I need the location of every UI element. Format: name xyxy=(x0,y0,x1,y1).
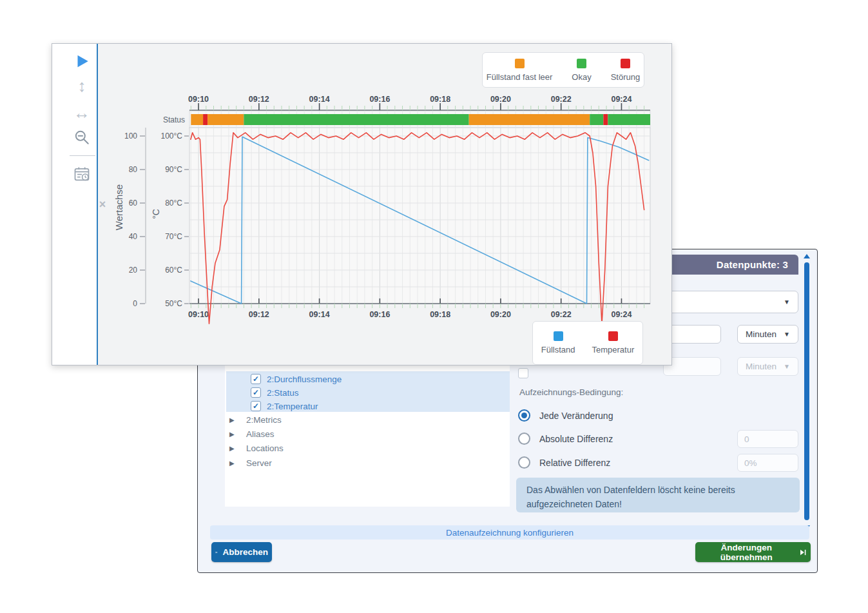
radio-label: Jede Veränderung xyxy=(539,411,613,421)
skip-end-icon xyxy=(799,548,807,557)
radio-icon[interactable] xyxy=(518,433,530,445)
dialog-scrollbar[interactable] xyxy=(803,254,811,530)
radio-relative-differenz[interactable]: Relative Differenz xyxy=(518,456,610,469)
secondary-interval-checkbox[interactable] xyxy=(518,368,528,378)
radio-jede-veraenderung[interactable]: Jede Veränderung xyxy=(518,409,613,422)
recording-condition-label: Aufzeichnungs-Bedingung: xyxy=(519,387,623,397)
svg-text:09:22: 09:22 xyxy=(551,310,572,319)
svg-text:09:22: 09:22 xyxy=(551,95,572,104)
secondary-interval-unit-select[interactable]: Minuten ▼ xyxy=(737,357,798,376)
secondary-interval-unit-value: Minuten xyxy=(746,362,776,371)
svg-text:09:14: 09:14 xyxy=(309,310,330,319)
scroll-up-icon[interactable] xyxy=(804,254,810,258)
expand-arrow-icon[interactable]: ▶ xyxy=(225,431,246,438)
svg-text:50°C: 50°C xyxy=(165,299,182,308)
svg-text:09:18: 09:18 xyxy=(430,95,450,104)
tree-node-aliases[interactable]: ▶ Aliases xyxy=(225,427,275,440)
blue-swatch-icon xyxy=(554,331,563,341)
tree-node-server[interactable]: ▶ Server xyxy=(225,456,272,469)
svg-text:80: 80 xyxy=(129,165,138,174)
svg-text:09:16: 09:16 xyxy=(369,310,390,319)
expand-arrow-icon[interactable]: ▶ xyxy=(225,445,246,452)
svg-text:09:24: 09:24 xyxy=(611,95,632,104)
chart-svg[interactable]: 09:1009:1209:1409:1609:1809:2009:2209:24… xyxy=(52,44,671,365)
orange-swatch-icon xyxy=(515,59,525,68)
tree-item-label: 2:Durchflussmenge xyxy=(267,375,342,384)
tree-item-temperatur[interactable]: ✓ 2:Temperatur xyxy=(251,400,318,413)
legend-item-fuellstand-fast-leer: Füllstand fast leer xyxy=(487,59,553,82)
relative-difference-input[interactable] xyxy=(737,454,798,472)
chart-window: ↕ ↔ × Wertachse xyxy=(52,43,672,365)
legend-item-stoerung: Störung xyxy=(611,59,641,82)
svg-text:09:20: 09:20 xyxy=(490,95,511,104)
svg-text:100°C: 100°C xyxy=(161,131,183,141)
series-legend: Füllstand Temperatur xyxy=(532,321,643,365)
legend-label: Okay xyxy=(572,72,591,82)
svg-text:90°C: 90°C xyxy=(165,165,182,174)
legend-label: Füllstand xyxy=(541,345,575,355)
radio-icon[interactable] xyxy=(518,456,530,469)
tree-node-label: Aliases xyxy=(246,429,275,439)
svg-text:09:14: 09:14 xyxy=(309,95,330,104)
svg-text:60: 60 xyxy=(129,199,138,208)
status-legend: Füllstand fast leer Okay Störung xyxy=(482,52,644,88)
datapoints-count: Datenpunkte: 3 xyxy=(717,259,788,270)
tree-item-durchflussmenge[interactable]: ✓ 2:Durchflussmenge xyxy=(251,373,342,385)
apply-button-label: Änderungen übernehmen xyxy=(699,543,794,562)
legend-item-okay: Okay xyxy=(572,59,591,82)
chevron-down-icon: ▼ xyxy=(784,364,790,370)
tree-node-locations[interactable]: ▶ Locations xyxy=(225,442,284,454)
legend-item-fuellstand: Füllstand xyxy=(541,331,575,355)
tree-item-label: 2:Status xyxy=(267,388,299,398)
checkbox-checked-icon[interactable]: ✓ xyxy=(251,387,261,398)
radio-absolute-differenz[interactable]: Absolute Differenz xyxy=(518,433,613,445)
legend-item-temperatur: Temperatur xyxy=(592,331,635,355)
svg-text:09:24: 09:24 xyxy=(611,310,632,319)
absolute-difference-input[interactable] xyxy=(737,430,798,448)
chevron-down-icon: ▼ xyxy=(784,331,790,338)
radio-label: Relative Differenz xyxy=(539,458,610,468)
svg-text:60°C: 60°C xyxy=(165,266,182,275)
svg-text:09:18: 09:18 xyxy=(430,310,450,319)
red-swatch-icon xyxy=(608,331,618,341)
legend-label: Störung xyxy=(611,72,641,82)
checkbox-checked-icon[interactable]: ✓ xyxy=(251,374,261,384)
legend-label: Füllstand fast leer xyxy=(487,72,553,82)
svg-text:09:20: 09:20 xyxy=(490,310,511,319)
radio-selected-icon[interactable] xyxy=(518,409,530,422)
svg-text:70°C: 70°C xyxy=(165,232,182,241)
svg-text:09:10: 09:10 xyxy=(188,95,209,104)
svg-text:100: 100 xyxy=(124,131,137,141)
tree-node-metrics[interactable]: ▶ 2:Metrics xyxy=(225,413,282,426)
apply-changes-button[interactable]: Änderungen übernehmen xyxy=(695,542,811,562)
skip-start-icon xyxy=(215,548,217,557)
interval-unit-value: Minuten xyxy=(746,329,776,339)
green-swatch-icon xyxy=(577,59,586,68)
tree-node-label: Locations xyxy=(246,443,284,453)
svg-text:09:12: 09:12 xyxy=(249,95,269,104)
svg-text:80°C: 80°C xyxy=(165,199,182,208)
chevron-down-icon: ▼ xyxy=(784,299,790,306)
deselect-warning-notice: Das Abwählen von Datenfeldern löscht kei… xyxy=(516,478,800,512)
svg-text:0: 0 xyxy=(133,299,137,308)
datafield-tree: ✓ 2:Durchflussmenge ✓ 2:Status ✓ 2:Tempe… xyxy=(225,362,510,507)
tree-item-status[interactable]: ✓ 2:Status xyxy=(251,386,299,399)
cancel-button[interactable]: Abbrechen xyxy=(211,542,272,562)
scrollbar-thumb[interactable] xyxy=(804,262,809,520)
svg-text:09:16: 09:16 xyxy=(369,95,390,104)
red-swatch-icon xyxy=(621,59,630,68)
configure-recording-bar[interactable]: Datenaufzeichnung konfigurieren xyxy=(210,525,809,540)
tree-node-label: Server xyxy=(246,458,272,468)
svg-text:09:12: 09:12 xyxy=(249,310,269,319)
tree-node-label: 2:Metrics xyxy=(246,415,282,425)
interval-unit-select[interactable]: Minuten ▼ xyxy=(737,325,798,344)
checkbox-checked-icon[interactable]: ✓ xyxy=(251,401,261,411)
configure-recording-link[interactable]: Datenaufzeichnung konfigurieren xyxy=(446,528,574,538)
svg-text:40: 40 xyxy=(129,232,138,241)
expand-arrow-icon[interactable]: ▶ xyxy=(225,416,246,423)
tree-item-label: 2:Temperatur xyxy=(267,402,318,411)
cancel-button-label: Abbrechen xyxy=(222,547,268,557)
expand-arrow-icon[interactable]: ▶ xyxy=(225,460,246,467)
radio-label: Absolute Differenz xyxy=(539,434,613,444)
legend-label: Temperatur xyxy=(592,345,635,355)
